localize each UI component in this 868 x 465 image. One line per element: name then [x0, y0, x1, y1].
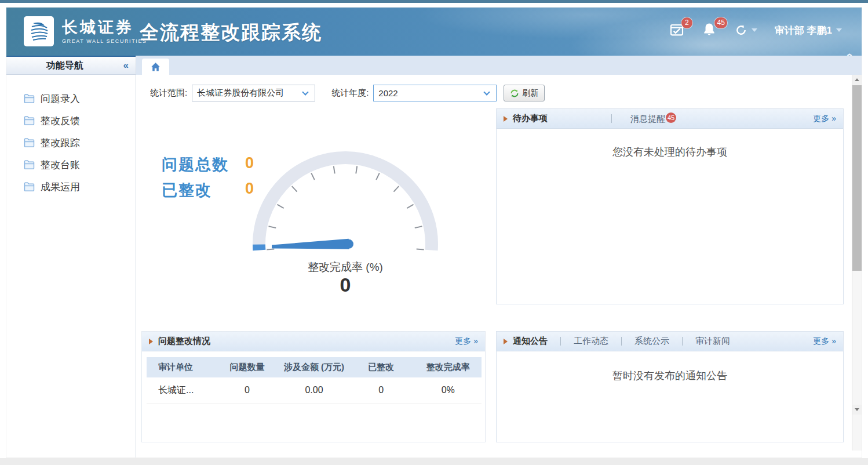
sidebar-nav: 问题录入 整改反馈 整改跟踪 整改台账 成果运用 [6, 75, 136, 198]
brand-name-en: GREAT WALL SECURITIES [62, 38, 147, 44]
folder-icon [24, 182, 35, 191]
vertical-scrollbar[interactable] [852, 75, 862, 451]
arrow-up-icon [855, 78, 859, 81]
filter-bar: 统计范围: 长城证券股份有限公司 统计年度: 2022 刷新 [150, 85, 545, 101]
table-row: 长城证... 0 0.00 0 0% [147, 377, 482, 404]
brand-name-cn: 长城证券 [62, 17, 147, 38]
sidebar-item-results-usage[interactable]: 成果运用 [6, 176, 136, 198]
sidebar-item-rectify-feedback[interactable]: 整改反馈 [6, 110, 136, 132]
tab-bar [136, 56, 862, 75]
scope-select-value: 长城证券股份有限公司 [192, 88, 303, 99]
cell-issue-count: 0 [214, 377, 281, 404]
active-tab-marker-icon [504, 116, 508, 122]
tab-notices[interactable]: 通知公告 [513, 336, 548, 347]
sidebar-item-label: 整改跟踪 [41, 136, 80, 150]
sidebar-item-rectify-ledger[interactable]: 整改台账 [6, 154, 136, 176]
completion-gauge-chart [249, 137, 446, 273]
cell-amount: 0.00 [280, 377, 348, 404]
sidebar-item-label: 问题录入 [41, 92, 80, 106]
tab-work-updates[interactable]: 工作动态 [574, 336, 608, 347]
user-caret-icon [836, 28, 842, 32]
year-select[interactable]: 2022 [373, 85, 497, 101]
app-frame: 长城证券 GREAT WALL SECURITIES 全流程整改跟踪系统 2 4… [6, 7, 862, 458]
notice-empty-text: 暂时没有发布的通知公告 [497, 351, 843, 383]
issues-panel-title: 问题整改情况 [158, 336, 210, 347]
refresh-button[interactable]: 刷新 [504, 85, 545, 101]
notice-panel: 通知公告 工作动态 系统公示 审计新闻 更多 » 暂时没有发布的通知公告 [496, 331, 844, 442]
refresh-button-label: 刷新 [522, 88, 538, 99]
todo-more-link[interactable]: 更多 » [813, 114, 836, 124]
col-issue-count: 问题数量 [214, 357, 281, 377]
notifications-button[interactable]: 45 [702, 23, 717, 38]
issues-panel: 问题整改情况 更多 » 审计单位 问题数量 涉及金额 (万元) 已整改 整改完成… [141, 331, 486, 442]
cell-audit-unit: 长城证... [147, 377, 214, 404]
cell-completion-rate: 0% [414, 377, 482, 404]
sidebar-item-label: 整改反馈 [41, 114, 80, 128]
issues-more-link[interactable]: 更多 » [455, 336, 478, 347]
tab-system-announcements[interactable]: 系统公示 [634, 336, 669, 347]
col-audit-unit: 审计单位 [147, 357, 214, 377]
year-select-value: 2022 [374, 88, 484, 98]
folder-icon [24, 160, 35, 169]
company-logo [24, 16, 54, 46]
sidebar-title: 功能导航 [6, 60, 123, 72]
message-count-badge: 45 [714, 17, 727, 28]
cell-fixed: 0 [348, 377, 415, 404]
tab-message-reminders[interactable]: 消息提醒45 [630, 112, 676, 125]
col-completion-rate: 整改完成率 [414, 357, 482, 377]
header-actions: 2 45 审计部 李鹏1 [670, 23, 842, 38]
sidebar-item-issue-entry[interactable]: 问题录入 [6, 88, 136, 110]
gauge-axis-label: 整改完成率 (%) [258, 260, 432, 275]
sidebar-item-rectify-tracking[interactable]: 整改跟踪 [6, 132, 136, 154]
col-amount: 涉及金额 (万元) [280, 357, 348, 377]
todo-tasks-button[interactable]: 2 [670, 23, 685, 38]
year-label: 统计年度: [331, 88, 369, 99]
scrollbar-thumb[interactable] [852, 85, 862, 271]
todo-empty-text: 您没有未处理的待办事项 [497, 129, 843, 159]
refresh-caret-icon [752, 28, 757, 32]
tab-todo-items[interactable]: 待办事项 [513, 113, 548, 124]
home-icon [151, 62, 161, 72]
tab-separator [611, 114, 612, 123]
main-content: 统计范围: 长城证券股份有限公司 统计年度: 2022 刷新 问题 [136, 56, 862, 457]
header-refresh-button[interactable] [735, 24, 757, 37]
fixed-issues-label: 已整改 [162, 180, 212, 201]
sidebar-item-label: 成果运用 [41, 180, 80, 194]
sidebar-collapse-icon[interactable]: « [123, 60, 136, 71]
sidebar: 功能导航 « 问题录入 整改反馈 整改跟踪 整改台账 成果运用 [6, 56, 136, 457]
active-tab-marker-icon [149, 339, 153, 344]
active-tab-marker-icon [504, 339, 508, 344]
scroll-down-button[interactable] [852, 405, 862, 415]
user-name: 审计部 李鹏1 [775, 24, 832, 37]
tab-home[interactable] [142, 59, 169, 75]
page-title: 全流程整改跟踪系统 [140, 20, 322, 46]
folder-icon [24, 138, 35, 147]
notice-more-link[interactable]: 更多 » [813, 336, 836, 347]
tab-audit-news[interactable]: 审计新闻 [695, 336, 730, 347]
scroll-up-button[interactable] [852, 75, 862, 85]
bell-icon [702, 23, 716, 37]
logo-wave-icon [27, 20, 50, 43]
refresh-green-icon [510, 89, 519, 98]
scope-select[interactable]: 长城证券股份有限公司 [192, 85, 315, 101]
issues-table-header-row: 审计单位 问题数量 涉及金额 (万元) 已整改 整改完成率 [147, 357, 482, 377]
user-menu[interactable]: 审计部 李鹏1 [775, 24, 842, 37]
tab-separator [560, 337, 561, 346]
folder-icon [24, 116, 35, 125]
tab-separator [682, 337, 683, 346]
todo-count-badge: 2 [681, 17, 692, 28]
scope-label: 统计范围: [150, 88, 187, 99]
chevron-down-icon [302, 89, 309, 95]
tab-message-label: 消息提醒 [630, 114, 665, 123]
app-header: 长城证券 GREAT WALL SECURITIES 全流程整改跟踪系统 2 4… [6, 8, 862, 56]
arrow-down-icon [855, 408, 859, 411]
notice-panel-header: 通知公告 工作动态 系统公示 审计新闻 更多 » [497, 332, 843, 351]
window-top-strip [0, 0, 868, 3]
issues-table: 审计单位 问题数量 涉及金额 (万元) 已整改 整改完成率 长城证... 0 0… [147, 357, 482, 404]
sidebar-header: 功能导航 « [6, 56, 136, 75]
chevron-down-icon [484, 89, 490, 95]
tab-separator [621, 337, 622, 346]
todo-panel: 待办事项 消息提醒45 更多 » 您没有未处理的待办事项 [496, 108, 844, 304]
gauge-value: 0 [258, 274, 432, 296]
todo-panel-header: 待办事项 消息提醒45 更多 » [497, 109, 843, 129]
